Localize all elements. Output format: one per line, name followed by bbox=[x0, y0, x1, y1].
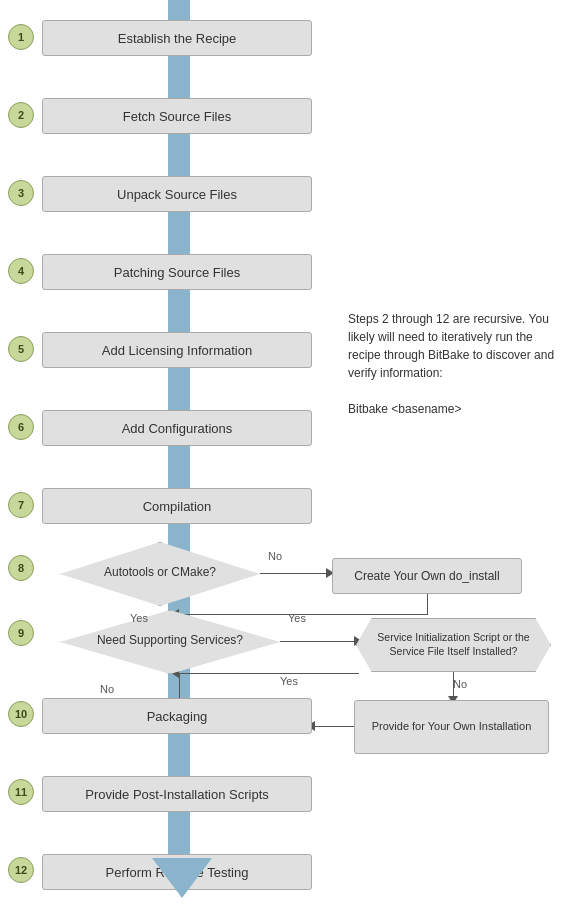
step-circle-5: 5 bbox=[8, 336, 34, 362]
step-box-10: Packaging bbox=[42, 698, 312, 734]
step-box-11: Provide Post-Installation Scripts bbox=[42, 776, 312, 812]
diagram-container: 1 Establish the Recipe 2 Fetch Source Fi… bbox=[0, 0, 571, 923]
info-box: Steps 2 through 12 are recursive. You li… bbox=[348, 310, 558, 418]
diamond-label-8: Autotools or CMake? bbox=[60, 542, 260, 602]
step-circle-3: 3 bbox=[8, 180, 34, 206]
step-circle-2: 2 bbox=[8, 102, 34, 128]
step-circle-6: 6 bbox=[8, 414, 34, 440]
step-circle-4: 4 bbox=[8, 258, 34, 284]
step-box-4: Patching Source Files bbox=[42, 254, 312, 290]
diamond9-no-label: No bbox=[100, 683, 114, 695]
diamond9-yes-connector bbox=[280, 641, 358, 642]
diamond-9: Need Supporting Services? bbox=[60, 610, 280, 674]
diamond8-no-connector-h bbox=[260, 573, 330, 574]
step-box-2: Fetch Source Files bbox=[42, 98, 312, 134]
provide-left-connector bbox=[315, 726, 357, 727]
service-yes-label: Yes bbox=[280, 675, 298, 687]
step-circle-12: 12 bbox=[8, 857, 34, 883]
bottom-arrow bbox=[152, 858, 212, 898]
diamond-label-9: Need Supporting Services? bbox=[60, 610, 280, 670]
side-box-install: Create Your Own do_install bbox=[332, 558, 522, 594]
step-circle-10: 10 bbox=[8, 701, 34, 727]
hex-box-service: Service Initialization Script or the Ser… bbox=[356, 618, 551, 672]
step-box-1: Establish the Recipe bbox=[42, 20, 312, 56]
diamond9-yes-label: Yes bbox=[288, 612, 306, 624]
service-no-label: No bbox=[453, 678, 467, 690]
step-box-7: Compilation bbox=[42, 488, 312, 524]
step-circle-7: 7 bbox=[8, 492, 34, 518]
step-circle-1: 1 bbox=[8, 24, 34, 50]
side-box-provide: Provide for Your Own Installation bbox=[354, 700, 549, 754]
step-box-3: Unpack Source Files bbox=[42, 176, 312, 212]
step-box-6: Add Configurations bbox=[42, 410, 312, 446]
install-box-down-connector bbox=[427, 594, 428, 614]
step-circle-11: 11 bbox=[8, 779, 34, 805]
step-box-5: Add Licensing Information bbox=[42, 332, 312, 368]
step-circle-8: 8 bbox=[8, 555, 34, 581]
step-circle-9: 9 bbox=[8, 620, 34, 646]
diamond-8: Autotools or CMake? bbox=[60, 542, 260, 606]
diamond8-no-label: No bbox=[268, 550, 282, 562]
diamond8-yes-label: Yes bbox=[130, 612, 148, 624]
